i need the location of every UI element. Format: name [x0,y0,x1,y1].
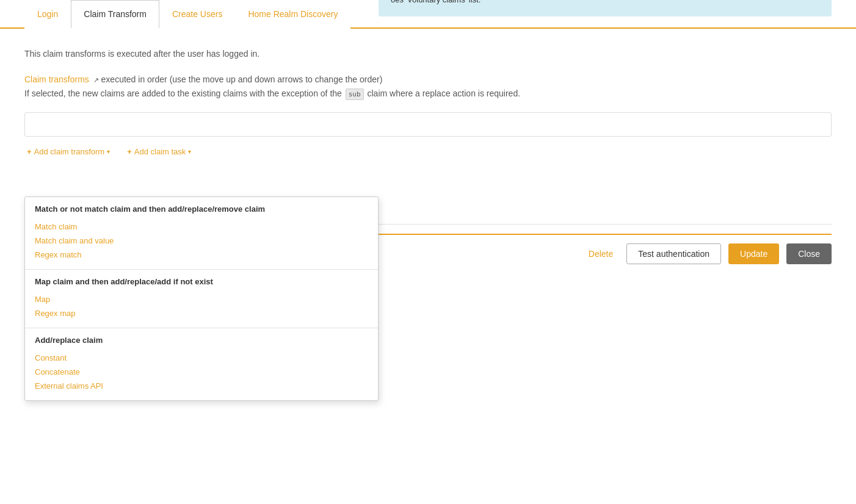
dropdown-item-constant[interactable]: Constant [35,351,368,365]
info-banner-line2: oes 'Voluntary claims' list. [391,0,481,4]
add-buttons-row: + Add claim transform ▾ + Add claim task… [24,146,832,157]
tab-home-realm-discovery[interactable]: Home Realm Discovery [235,0,350,29]
tab-create-users[interactable]: Create Users [159,0,235,29]
content-box [24,112,832,137]
info-banner: s forwarded to the application registrat… [379,0,832,16]
tab-login[interactable]: Login [24,0,71,29]
dropdown-item-map[interactable]: Map [35,292,368,306]
description-line2: Claim transforms ↗ executed in order (us… [24,73,832,100]
dropdown-section-1-title: Match or not match claim and then add/re… [35,204,368,214]
description-line3-suffix: claim where a replace action is required… [368,88,521,98]
test-authentication-button[interactable]: Test authentication [626,243,721,264]
description-line1: This claim transforms is executed after … [24,47,832,60]
dropdown-section-2-title: Map claim and then add/replace/add if no… [35,277,368,286]
dropdown-item-external-claims-api[interactable]: External claims API [35,379,368,393]
dropdown-item-concatenate[interactable]: Concatenate [35,365,368,379]
add-claim-transform-label: Add claim transform [34,147,105,156]
description-link-suffix: executed in order (use the move up and d… [101,74,383,84]
sub-badge: sub [346,88,364,101]
add-claim-task-label: Add claim task [134,147,186,156]
chevron-down-icon-task: ▾ [188,148,191,155]
dropdown-section-3-title: Add/replace claim [35,336,368,345]
add-claim-transform-button[interactable]: + Add claim transform ▾ [24,146,112,157]
external-link-icon: ↗ [93,75,99,86]
plus-icon-task: + [127,147,132,156]
dropdown-item-match-claim[interactable]: Match claim [35,220,368,234]
claim-transforms-link[interactable]: Claim transforms [24,74,89,84]
dropdown-item-regex-match[interactable]: Regex match [35,248,368,262]
update-button[interactable]: Update [728,243,779,264]
tab-claim-transform[interactable]: Claim Transform [71,0,159,29]
chevron-down-icon-transform: ▾ [107,148,110,155]
main-content: This claim transforms is executed after … [0,29,856,492]
dropdown-item-regex-map[interactable]: Regex map [35,306,368,320]
dropdown-menu: Match or not match claim and then add/re… [24,196,379,401]
add-claim-task-button[interactable]: + Add claim task ▾ [125,146,194,157]
plus-icon-transform: + [27,147,32,156]
dropdown-section-2: Map claim and then add/replace/add if no… [25,270,378,328]
dropdown-section-3: Add/replace claim Constant Concatenate E… [25,328,378,400]
close-button[interactable]: Close [786,243,832,264]
dropdown-section-1: Match or not match claim and then add/re… [25,197,378,270]
page-container: Login Claim Transform Create Users Home … [0,0,856,504]
description-line3-prefix: If selected, the new claims are added to… [24,88,342,98]
delete-button[interactable]: Delete [582,245,619,262]
dropdown-item-match-claim-value[interactable]: Match claim and value [35,234,368,248]
